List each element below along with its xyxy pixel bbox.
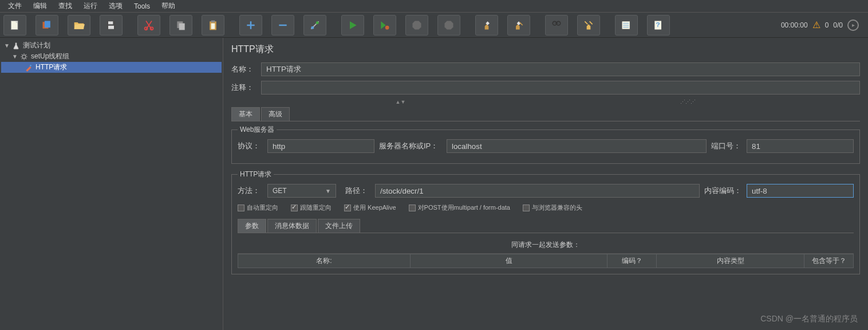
col-encode[interactable]: 编码？: [607, 254, 657, 268]
clear-button[interactable]: [475, 15, 498, 36]
start-no-pause-button[interactable]: [373, 15, 396, 36]
gear-icon: [19, 53, 29, 61]
templates-button[interactable]: [35, 15, 58, 36]
menu-edit[interactable]: 编辑: [27, 0, 53, 13]
svg-marker-17: [445, 21, 453, 29]
svg-point-6: [145, 27, 148, 30]
svg-rect-2: [45, 21, 50, 28]
function-helper-button[interactable]: [615, 15, 638, 36]
search-button[interactable]: [545, 15, 568, 36]
tree-test-plan[interactable]: ▼ 测试计划: [1, 40, 222, 51]
tab-files[interactable]: 文件上传: [318, 219, 360, 233]
menu-tools[interactable]: Tools: [128, 1, 156, 12]
menu-help[interactable]: 帮助: [156, 0, 181, 13]
divider-handle[interactable]: ▲▼ ⋰⋰⋰: [231, 99, 860, 105]
auto-redirect-checkbox[interactable]: 自动重定向: [238, 203, 278, 212]
tab-body[interactable]: 消息体数据: [267, 219, 317, 233]
port-label: 端口号：: [711, 141, 742, 151]
svg-rect-5: [108, 25, 114, 29]
svg-point-13: [311, 26, 314, 29]
path-label: 路径：: [345, 186, 370, 196]
http-request-legend: HTTP请求: [238, 170, 274, 179]
elapsed-timer: 00:00:00: [781, 21, 808, 29]
tree-http-request[interactable]: HTTP请求: [1, 62, 222, 73]
menu-bar: 文件 编辑 查找 运行 选项 Tools 帮助: [0, 0, 868, 13]
tree-thread-group[interactable]: ▼ setUp线程组: [1, 51, 222, 62]
flask-icon: [11, 42, 21, 50]
web-server-legend: Web服务器: [238, 125, 277, 135]
tab-params[interactable]: 参数: [238, 219, 266, 233]
col-include[interactable]: 包含等于？: [804, 254, 854, 268]
panel-title: HTTP请求: [231, 44, 860, 56]
multipart-checkbox[interactable]: 对POST使用multipart / form-data: [409, 203, 510, 212]
add-button[interactable]: [239, 15, 262, 36]
method-select[interactable]: GET ▼: [267, 184, 336, 198]
config-tabs: 基本 高级: [231, 107, 860, 121]
clear-all-button[interactable]: [507, 15, 530, 36]
warning-count: 0: [825, 21, 829, 29]
server-input[interactable]: [447, 139, 707, 153]
tree-label: HTTP请求: [35, 62, 67, 72]
open-button[interactable]: [68, 15, 90, 36]
tree-panel[interactable]: ▼ 测试计划 ▼ setUp线程组 HTTP请求: [0, 38, 223, 330]
keepalive-checkbox[interactable]: 使用 KeepAlive: [344, 203, 396, 212]
param-table[interactable]: 名称: 值 编码？ 内容类型 包含等于？: [238, 254, 854, 268]
server-label: 服务器名称或IP：: [379, 141, 442, 151]
col-name[interactable]: 名称:: [238, 254, 411, 268]
encoding-input[interactable]: [747, 184, 854, 198]
svg-point-7: [151, 27, 153, 30]
svg-point-14: [316, 21, 319, 24]
svg-point-15: [385, 25, 389, 29]
protocol-input[interactable]: [267, 139, 374, 153]
path-input[interactable]: [375, 184, 700, 198]
svg-rect-9: [179, 23, 185, 30]
save-button[interactable]: [100, 15, 123, 36]
menu-file[interactable]: 文件: [2, 0, 27, 13]
new-plan-button[interactable]: [3, 15, 26, 36]
paste-button[interactable]: [202, 15, 224, 36]
remove-button[interactable]: [271, 15, 294, 36]
content-panel: HTTP请求 名称： 注释： ▲▼: [223, 38, 868, 330]
port-input[interactable]: [747, 139, 854, 153]
comment-label: 注释：: [231, 82, 257, 93]
toolbar: ? 00:00:00 ⚠ 0 0/0: [0, 13, 868, 38]
thread-counter: 0/0: [833, 21, 843, 29]
svg-rect-24: [30, 64, 31, 66]
options-row: 自动重定向 跟随重定向 使用 KeepAlive 对POST使用multipar…: [238, 203, 854, 212]
chevron-down-icon: ▼: [325, 188, 331, 194]
svg-point-23: [22, 55, 26, 58]
col-type[interactable]: 内容类型: [657, 254, 804, 268]
tree-collapse-icon[interactable]: ▼: [11, 53, 18, 60]
method-label: 方法：: [238, 186, 263, 196]
tab-advanced[interactable]: 高级: [261, 107, 290, 121]
comment-input[interactable]: [261, 81, 860, 95]
browser-headers-checkbox[interactable]: 与浏览器兼容的头: [523, 203, 582, 212]
copy-button[interactable]: [169, 15, 192, 36]
col-value[interactable]: 值: [411, 254, 607, 268]
follow-redirect-checkbox[interactable]: 跟随重定向: [291, 203, 332, 212]
svg-marker-16: [413, 21, 421, 29]
svg-rect-12: [211, 23, 215, 29]
protocol-label: 协议：: [238, 141, 263, 151]
svg-rect-11: [211, 20, 215, 22]
watermark: CSDN @一名普通的程序员: [760, 314, 858, 324]
name-input[interactable]: [261, 62, 860, 76]
warning-icon[interactable]: ⚠: [812, 19, 820, 30]
menu-search[interactable]: 查找: [53, 0, 78, 13]
cut-button[interactable]: [137, 15, 160, 36]
start-button[interactable]: [341, 15, 364, 36]
tree-collapse-icon[interactable]: ▼: [3, 42, 10, 49]
sampler-icon: [24, 64, 33, 72]
reset-search-button[interactable]: [577, 15, 600, 36]
encoding-label: 内容编码：: [704, 186, 742, 196]
menu-options[interactable]: 选项: [103, 0, 128, 13]
main-area: ▼ 测试计划 ▼ setUp线程组 HTTP请求 HTTP请求 名称：: [0, 38, 868, 330]
running-indicator-icon: [847, 19, 859, 31]
shutdown-button[interactable]: [437, 15, 460, 36]
stop-button[interactable]: [405, 15, 428, 36]
help-button[interactable]: ?: [647, 15, 670, 36]
menu-run[interactable]: 运行: [78, 0, 103, 13]
toggle-button[interactable]: [303, 15, 326, 36]
tab-basic[interactable]: 基本: [231, 107, 260, 121]
param-header: 同请求一起发送参数：: [238, 237, 854, 254]
